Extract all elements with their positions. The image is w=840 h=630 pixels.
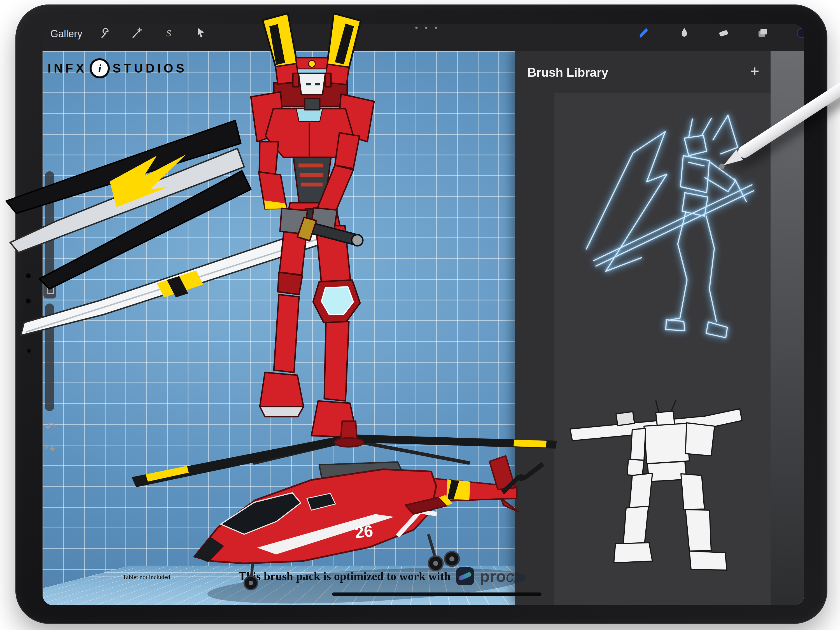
- active-color-swatch[interactable]: [795, 26, 804, 40]
- undo-button[interactable]: ↶: [45, 420, 56, 433]
- actions-wrench-icon[interactable]: [98, 26, 111, 40]
- bezel-dot: [26, 298, 31, 303]
- brush-sample-glow-mecha[interactable]: [560, 96, 767, 377]
- procreate-logo-icon: [456, 567, 474, 585]
- opacity-slider[interactable]: [45, 303, 54, 411]
- selection-icon[interactable]: S: [163, 26, 176, 40]
- brush-library-title: Brush Library: [527, 66, 608, 79]
- canvas-options-icon[interactable]: • • •: [415, 24, 440, 33]
- logo-studios-text: STUDIOS: [112, 61, 187, 75]
- logo-i-mark: i: [90, 58, 110, 78]
- footer-row: This brush pack is optimized to work wit…: [238, 567, 551, 586]
- adjustments-wand-icon[interactable]: [130, 26, 144, 40]
- bezel-dot: [27, 349, 31, 353]
- top-toolbar: Gallery S • • •: [43, 24, 804, 51]
- svg-text:S: S: [166, 28, 171, 38]
- sidebar-modify-button[interactable]: [43, 281, 56, 298]
- redo-button[interactable]: ↷: [45, 442, 56, 455]
- transform-arrow-icon[interactable]: [194, 26, 208, 40]
- home-indicator[interactable]: [332, 592, 542, 596]
- add-brush-button[interactable]: +: [750, 63, 759, 79]
- bezel-dot: [26, 273, 31, 278]
- gallery-button[interactable]: Gallery: [51, 28, 82, 40]
- footer-text: This brush pack is optimized to work wit…: [238, 570, 450, 583]
- procreate-screen: INFX i STUDIOS Gallery S • • •: [43, 24, 804, 605]
- tablet-device: INFX i STUDIOS Gallery S • • •: [16, 5, 827, 624]
- logo-infx-text: INFX: [47, 61, 87, 75]
- smudge-finger-icon[interactable]: [677, 26, 691, 40]
- tablet-note: Tablet not included: [123, 573, 170, 581]
- infx-studios-logo: INFX i STUDIOS: [47, 58, 187, 78]
- brush-sample-line-mecha[interactable]: [560, 387, 756, 590]
- paint-brush-icon[interactable]: [636, 26, 649, 40]
- brush-size-slider[interactable]: [45, 171, 54, 279]
- eraser-icon[interactable]: [717, 26, 730, 40]
- layers-icon[interactable]: [756, 26, 769, 40]
